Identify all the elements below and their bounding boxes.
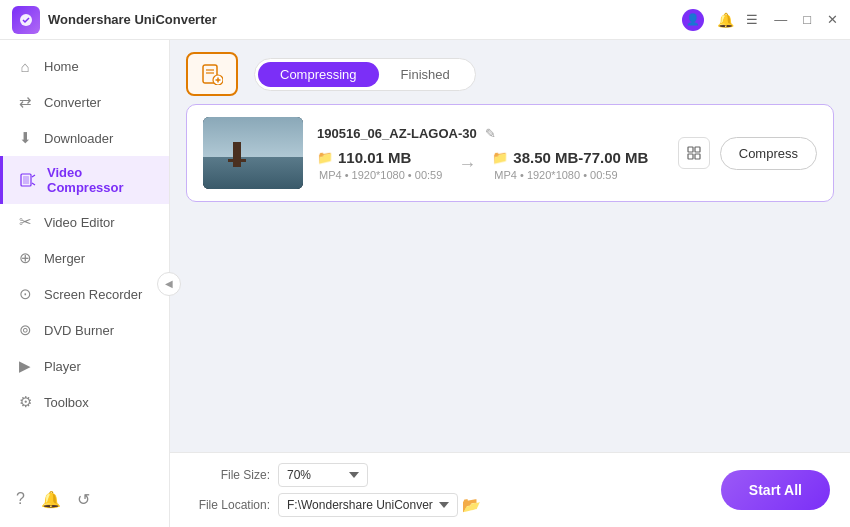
file-name-row: 190516_06_AZ-LAGOA-30 ✎ [317, 126, 664, 141]
sidebar-label-video-editor: Video Editor [44, 215, 115, 230]
file-list: 190516_06_AZ-LAGOA-30 ✎ 📁 110.01 MB MP4 … [170, 104, 850, 452]
sidebar-label-player: Player [44, 359, 81, 374]
app-title: Wondershare UniConverter [48, 12, 682, 27]
file-location-field: File Location: F:\Wondershare UniConvert… [190, 493, 721, 517]
file-thumbnail [203, 117, 303, 189]
target-folder-icon: 📁 [492, 150, 508, 165]
sidebar-item-downloader[interactable]: ⬇ Downloader [0, 120, 169, 156]
add-file-button[interactable] [186, 52, 238, 96]
sidebar-label-converter: Converter [44, 95, 101, 110]
footer: File Size: 70% 50% 30% 80% 90% File Loca… [170, 452, 850, 527]
merger-icon: ⊕ [16, 249, 34, 267]
app-body: ⌂ Home ⇄ Converter ⬇ Downloader Video Co… [0, 40, 850, 527]
dvd-burner-icon: ⊚ [16, 321, 34, 339]
bell-icon[interactable]: 🔔 [716, 11, 734, 29]
target-size-block: 📁 38.50 MB-77.00 MB MP4 • 1920*1080 • 00… [492, 149, 648, 181]
compress-button[interactable]: Compress [720, 137, 817, 170]
svg-rect-14 [695, 154, 700, 159]
start-all-button[interactable]: Start All [721, 470, 830, 510]
titlebar-controls: 👤 🔔 ☰ — □ ✕ [682, 9, 838, 31]
file-size-field: File Size: 70% 50% 30% 80% 90% [190, 463, 721, 487]
file-card: 190516_06_AZ-LAGOA-30 ✎ 📁 110.01 MB MP4 … [186, 104, 834, 202]
sidebar-collapse-button[interactable]: ◀ [157, 272, 181, 296]
sidebar-item-screen-recorder[interactable]: ⊙ Screen Recorder [0, 276, 169, 312]
file-actions: Compress [678, 137, 817, 170]
file-location-select[interactable]: F:\Wondershare UniConverte [278, 493, 458, 517]
target-meta: MP4 • 1920*1080 • 00:59 [492, 169, 648, 181]
file-info: 190516_06_AZ-LAGOA-30 ✎ 📁 110.01 MB MP4 … [317, 126, 664, 181]
tab-finished[interactable]: Finished [379, 62, 472, 87]
sidebar-bottom: ? 🔔 ↺ [0, 480, 169, 519]
refresh-icon[interactable]: ↺ [77, 490, 90, 509]
file-location-label: File Location: [190, 498, 270, 512]
sidebar-item-toolbox[interactable]: ⚙ Toolbox [0, 384, 169, 420]
app-logo [12, 6, 40, 34]
footer-settings: File Size: 70% 50% 30% 80% 90% File Loca… [190, 463, 721, 517]
sidebar-label-video-compressor: Video Compressor [47, 165, 153, 195]
source-meta: MP4 • 1920*1080 • 00:59 [317, 169, 442, 181]
sidebar-item-merger[interactable]: ⊕ Merger [0, 240, 169, 276]
arrow-right-icon: → [454, 154, 480, 175]
home-icon: ⌂ [16, 57, 34, 75]
tab-group: Compressing Finished [254, 58, 476, 91]
file-size-label: File Size: [190, 468, 270, 482]
sidebar-item-video-editor[interactable]: ✂ Video Editor [0, 204, 169, 240]
target-size-value: 38.50 MB-77.00 MB [513, 149, 648, 166]
tab-compressing[interactable]: Compressing [258, 62, 379, 87]
source-size-block: 📁 110.01 MB MP4 • 1920*1080 • 00:59 [317, 149, 442, 181]
maximize-button[interactable]: □ [803, 12, 811, 27]
sidebar: ⌂ Home ⇄ Converter ⬇ Downloader Video Co… [0, 40, 170, 527]
source-folder-icon: 📁 [317, 150, 333, 165]
sidebar-label-downloader: Downloader [44, 131, 113, 146]
sidebar-item-converter[interactable]: ⇄ Converter [0, 84, 169, 120]
window-controls: ☰ — □ ✕ [746, 12, 838, 27]
svg-line-3 [32, 175, 35, 177]
sidebar-item-home[interactable]: ⌂ Home [0, 48, 169, 84]
sidebar-item-player[interactable]: ▶ Player [0, 348, 169, 384]
player-icon: ▶ [16, 357, 34, 375]
titlebar: Wondershare UniConverter 👤 🔔 ☰ — □ ✕ [0, 0, 850, 40]
source-size-value: 110.01 MB [338, 149, 411, 166]
sidebar-label-dvd-burner: DVD Burner [44, 323, 114, 338]
sidebar-label-screen-recorder: Screen Recorder [44, 287, 142, 302]
sidebar-item-video-compressor[interactable]: Video Compressor [0, 156, 169, 204]
downloader-icon: ⬇ [16, 129, 34, 147]
file-name: 190516_06_AZ-LAGOA-30 [317, 126, 477, 141]
sidebar-label-home: Home [44, 59, 79, 74]
minimize-button[interactable]: — [774, 12, 787, 27]
file-size-select[interactable]: 70% 50% 30% 80% 90% [278, 463, 368, 487]
svg-rect-13 [688, 154, 693, 159]
sidebar-label-merger: Merger [44, 251, 85, 266]
content-area: Compressing Finished 190 [170, 40, 850, 527]
file-settings-button[interactable] [678, 137, 710, 169]
toolbar: Compressing Finished [170, 40, 850, 104]
file-location-path: F:\Wondershare UniConverte 📂 [278, 493, 481, 517]
screen-recorder-icon: ⊙ [16, 285, 34, 303]
toolbox-icon: ⚙ [16, 393, 34, 411]
svg-rect-11 [688, 147, 693, 152]
menu-icon[interactable]: ☰ [746, 12, 758, 27]
video-compressor-icon [19, 171, 37, 189]
file-sizes-row: 📁 110.01 MB MP4 • 1920*1080 • 00:59 → 📁 … [317, 149, 664, 181]
user-icon[interactable]: 👤 [682, 9, 704, 31]
sidebar-label-toolbox: Toolbox [44, 395, 89, 410]
notification-icon[interactable]: 🔔 [41, 490, 61, 509]
close-button[interactable]: ✕ [827, 12, 838, 27]
svg-rect-2 [23, 176, 29, 184]
folder-browse-button[interactable]: 📂 [462, 496, 481, 514]
converter-icon: ⇄ [16, 93, 34, 111]
edit-filename-icon[interactable]: ✎ [485, 126, 496, 141]
sidebar-item-dvd-burner[interactable]: ⊚ DVD Burner [0, 312, 169, 348]
svg-line-4 [32, 183, 35, 185]
svg-rect-12 [695, 147, 700, 152]
help-icon[interactable]: ? [16, 490, 25, 509]
video-editor-icon: ✂ [16, 213, 34, 231]
